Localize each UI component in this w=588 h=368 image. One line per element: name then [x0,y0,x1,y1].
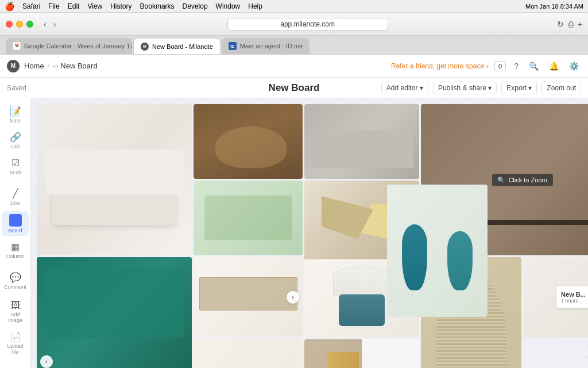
mosaic-grid: 🔍 Click to Zoom [31,98,588,368]
refer-link-text: Refer a friend, get more space [391,62,484,70]
sidebar-item-note[interactable]: 📝 Note [2,103,29,126]
app-topbar: M Home / ▭ New Board Refer a friend, get… [0,55,588,78]
browser-actions: ↻ ⎙ + [557,20,582,29]
address-bar: app.milanote.com [63,18,552,30]
sidebar-item-note-label: Note [10,118,21,124]
export-button[interactable]: Export ▾ [501,82,537,94]
menu-history[interactable]: History [110,2,131,10]
menu-edit[interactable]: Edit [68,2,80,10]
image-new-board-card[interactable]: New B... 1 board... [523,257,588,338]
menu-help[interactable]: Help [248,2,262,10]
notifications-button[interactable]: 🔔 [547,60,561,72]
browser-toolbar: ‹ › app.milanote.com ↻ ⎙ + [0,13,588,36]
zoom-out-button[interactable]: Zoom out [541,82,581,94]
settings-button[interactable]: ⚙️ [567,60,581,72]
sidebar-item-column-label: Column [6,254,24,259]
add-editor-button[interactable]: Add editor ▾ [381,82,428,94]
traffic-lights[interactable] [6,21,33,28]
search-button[interactable]: 🔍 [527,60,541,72]
breadcrumb-board-label: New Board [60,62,97,70]
tab-milanote-label: New Board - Milanote [152,43,213,50]
calendar-favicon: 📅 [13,42,21,50]
share-button[interactable]: ⎙ [568,20,573,29]
topbar-right: Refer a friend, get more space › 0 ? 🔍 🔔… [391,60,581,72]
line-icon: ╱ [13,188,18,199]
zoom-overlay[interactable]: 🔍 Click to Zoom [492,174,552,186]
board-icon: ▭ [53,63,58,69]
menu-view[interactable]: View [87,2,102,10]
tab-idme[interactable]: ID Meet an agent - ID.me [222,38,310,54]
upload-icon: 📄 [10,331,21,342]
board-canvas[interactable]: Unsorted [31,98,588,368]
sidebar-item-upload[interactable]: 📄 Upload file [2,328,29,358]
browser-tabs: 📅 Google Calendar - Week of January 17, … [0,36,588,54]
menu-file[interactable]: File [48,2,59,10]
menu-develop[interactable]: Develop [183,2,208,10]
new-tab-button[interactable]: + [578,20,582,29]
forward-button[interactable]: › [51,18,59,30]
zoom-label: Click to Zoom [508,177,547,183]
image-teal-ottoman[interactable]: ‹ [37,257,192,368]
image-throw-blanket[interactable] [194,181,303,255]
apple-menu[interactable]: 🍎 [5,2,14,11]
notification-badge[interactable]: 0 [494,61,506,71]
tab-milanote[interactable]: M New Board - Milanote [133,38,220,54]
image-bar-cart[interactable]: › [304,339,419,368]
image-teal-vases[interactable] [387,185,488,317]
menu-bookmarks[interactable]: Bookmarks [140,2,175,10]
sidebar-item-todo[interactable]: ☑ To-do [2,155,29,178]
comment-icon: 💬 [10,272,21,283]
idme-favicon: ID [229,42,237,50]
sidebar-item-comment[interactable]: 💬 Comment [2,269,29,293]
breadcrumb-separator: / [48,62,50,70]
refer-link[interactable]: Refer a friend, get more space › [391,62,489,70]
sidebar: 📝 Note 🔗 Link ☑ To-do ╱ Line ⊞ Board ▦ [0,98,31,368]
refresh-button[interactable]: ↻ [557,20,564,29]
menu-bar-time: Mon Jan 18 8:34 AM [525,3,583,10]
saved-label: Saved [7,84,26,92]
breadcrumb-home[interactable]: Home [24,62,44,70]
publish-share-button[interactable]: Publish & share ▾ [433,82,497,94]
close-button[interactable] [6,21,13,28]
new-board-card-sub: 1 board... [561,298,586,304]
maximize-button[interactable] [26,21,33,28]
board-toolbar-right: Add editor ▾ Publish & share ▾ Export ▾ … [381,82,581,94]
image-gray-sofa[interactable] [304,104,419,179]
sidebar-item-add-image-label: Add image [7,312,24,323]
back-button[interactable]: ‹ [41,18,49,30]
main-content: 📝 Note 🔗 Link ☑ To-do ╱ Line ⊞ Board ▦ [0,98,588,368]
sidebar-item-trash[interactable]: 🗑 Trash [4,365,26,368]
menu-bar: 🍎 Safari File Edit View History Bookmark… [0,0,588,13]
column-icon: ▦ [11,241,20,252]
menu-window[interactable]: Window [216,2,241,10]
refer-link-arrow: › [486,62,489,70]
tab-calendar-label: Google Calendar - Week of January 17, 20… [24,43,132,49]
new-board-card[interactable]: New B... 1 board... [556,286,588,308]
image-rattan-chair[interactable] [194,104,303,179]
carousel-right-button[interactable]: › [287,291,299,304]
image-coffee-table[interactable]: › [194,257,303,338]
image-white-sofa[interactable] [37,104,192,255]
sidebar-item-column[interactable]: ▦ Column [2,239,29,262]
menu-safari[interactable]: Safari [22,2,40,10]
sidebar-item-add-image[interactable]: 🖼 Add image [2,297,29,326]
carousel-left-button[interactable]: ‹ [40,355,53,368]
help-button[interactable]: ? [512,60,521,72]
image-plant[interactable] [194,339,303,368]
minimize-button[interactable] [16,21,23,28]
sidebar-item-link[interactable]: 🔗 Link [2,129,29,152]
sidebar-item-board[interactable]: ⊞ Board [2,211,29,236]
tab-calendar[interactable]: 📅 Google Calendar - Week of January 17, … [6,38,132,54]
add-image-icon: 🖼 [11,300,20,310]
url-input[interactable]: app.milanote.com [227,18,388,30]
sidebar-item-line[interactable]: ╱ Line [2,185,29,209]
sidebar-item-comment-label: Comment [4,284,26,290]
zoom-icon: 🔍 [497,176,505,183]
note-icon: 📝 [10,106,21,117]
new-board-card-title: New B... [561,291,586,298]
link-icon: 🔗 [10,132,21,143]
board-title: New Board [269,82,320,94]
sidebar-item-line-label: Line [10,200,20,206]
board-toolbar: Saved New Board Add editor ▾ Publish & s… [0,78,588,98]
nav-buttons: ‹ › [41,18,58,30]
